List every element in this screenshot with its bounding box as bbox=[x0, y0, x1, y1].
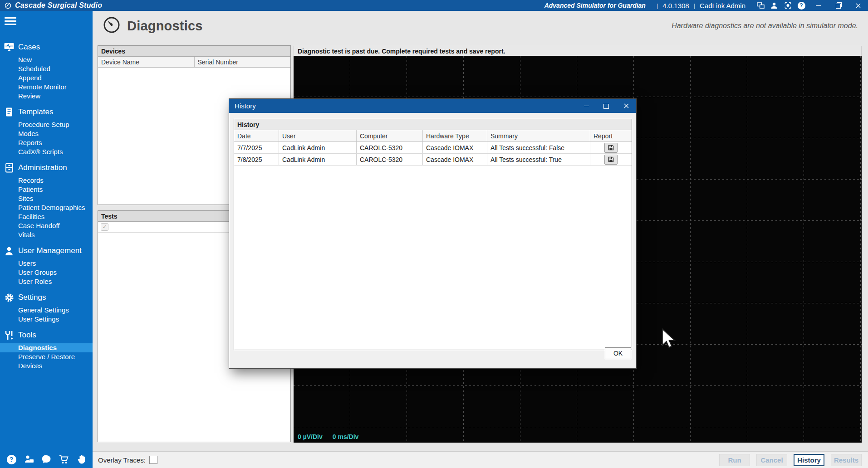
history-cell-hardware-type: Cascade IOMAX bbox=[422, 142, 487, 153]
sidebar: Cases New Scheduled Append Remote Monito… bbox=[0, 11, 93, 468]
sidebar-section-cases[interactable]: Cases bbox=[0, 41, 93, 53]
titlebar-separator: | bbox=[694, 2, 695, 9]
sidebar-item-sites[interactable]: Sites bbox=[0, 194, 93, 203]
camera-focus-icon[interactable] bbox=[781, 0, 794, 11]
history-table: Date User Computer Hardware Type Summary… bbox=[234, 130, 632, 166]
sidebar-item-vitals[interactable]: Vitals bbox=[0, 230, 93, 239]
bottom-bar: Overlay Traces: Run Cancel History Resul… bbox=[93, 451, 868, 468]
dialog-close-button[interactable] bbox=[616, 99, 636, 113]
history-cell-date: 7/8/2025 bbox=[234, 154, 279, 165]
history-column-summary[interactable]: Summary bbox=[487, 130, 590, 141]
gear-icon bbox=[4, 293, 15, 302]
history-cell-summary: All Tests successful: True bbox=[487, 154, 590, 165]
menu-toggle-icon[interactable] bbox=[5, 17, 16, 25]
help-icon[interactable]: ? bbox=[5, 453, 17, 465]
cart-icon[interactable] bbox=[58, 453, 70, 465]
user-account-icon[interactable] bbox=[767, 0, 781, 11]
window-restore-button[interactable] bbox=[828, 0, 848, 11]
save-report-button[interactable] bbox=[604, 143, 618, 153]
sidebar-section-administration[interactable]: Administration bbox=[0, 162, 93, 174]
app-window: Cascade Surgical Studio Advanced Simulat… bbox=[0, 0, 868, 468]
devices-column-serial-number[interactable]: Serial Number bbox=[194, 57, 291, 67]
sidebar-item-facilities[interactable]: Facilities bbox=[0, 212, 93, 221]
sidebar-item-preserve-restore[interactable]: Preserve / Restore bbox=[0, 352, 93, 361]
history-column-computer[interactable]: Computer bbox=[356, 130, 422, 141]
sidebar-item-user-settings[interactable]: User Settings bbox=[0, 315, 93, 324]
hand-icon[interactable] bbox=[75, 453, 87, 465]
chat-icon[interactable] bbox=[40, 453, 52, 465]
sidebar-item-users[interactable]: Users bbox=[0, 259, 93, 268]
templates-icon bbox=[4, 107, 15, 117]
overlay-traces-checkbox[interactable] bbox=[149, 456, 157, 464]
sidebar-section-tools[interactable]: Tools bbox=[0, 329, 93, 341]
save-report-button[interactable] bbox=[604, 155, 618, 165]
version-label: 4.0.1308 bbox=[662, 2, 689, 10]
sidebar-section-settings[interactable]: Settings bbox=[0, 292, 93, 303]
sidebar-section-templates[interactable]: Templates bbox=[0, 106, 93, 118]
sidebar-section-user-management[interactable]: User Management bbox=[0, 245, 93, 257]
sidebar-item-cadx-scripts[interactable]: CadX® Scripts bbox=[0, 147, 93, 156]
sidebar-item-devices[interactable]: Devices bbox=[0, 361, 93, 370]
sidebar-item-scheduled[interactable]: Scheduled bbox=[0, 64, 93, 73]
app-logo-icon bbox=[5, 2, 11, 9]
training-icon[interactable] bbox=[23, 453, 35, 465]
history-dialog-titlebar[interactable]: History bbox=[229, 99, 636, 113]
test-checkbox-icon[interactable]: ✓ bbox=[101, 223, 108, 231]
run-button[interactable]: Run bbox=[719, 454, 750, 466]
sidebar-item-remote-monitor[interactable]: Remote Monitor bbox=[0, 83, 93, 92]
simulator-notice: Hardware diagnostics are not available i… bbox=[672, 22, 858, 30]
sidebar-nav: Cases New Scheduled Append Remote Monito… bbox=[0, 41, 93, 370]
sidebar-item-modes[interactable]: Modes bbox=[0, 129, 93, 138]
sidebar-item-reports[interactable]: Reports bbox=[0, 138, 93, 147]
page-title: Diagnostics bbox=[127, 19, 203, 34]
sidebar-item-procedure-setup[interactable]: Procedure Setup bbox=[0, 120, 93, 129]
sidebar-item-append[interactable]: Append bbox=[0, 73, 93, 83]
sidebar-footer: ? bbox=[0, 451, 93, 468]
sidebar-item-diagnostics[interactable]: Diagnostics bbox=[0, 343, 93, 352]
history-groupbox: History Date User Computer Hardware Type… bbox=[234, 119, 632, 350]
ms-per-div-label: 0 ms/Div bbox=[333, 433, 359, 440]
sidebar-item-general-settings[interactable]: General Settings bbox=[0, 306, 93, 315]
results-button[interactable]: Results bbox=[831, 454, 862, 466]
window-minimize-button[interactable] bbox=[808, 0, 828, 11]
history-cell-date: 7/7/2025 bbox=[234, 142, 279, 153]
sidebar-item-user-groups[interactable]: User Groups bbox=[0, 268, 93, 277]
cases-icon bbox=[4, 42, 15, 52]
help-icon[interactable]: ? bbox=[794, 0, 808, 11]
sidebar-item-review[interactable]: Review bbox=[0, 92, 93, 101]
sidebar-item-records[interactable]: Records bbox=[0, 176, 93, 185]
history-cell-computer: CAROLC-5320 bbox=[356, 154, 422, 165]
history-row[interactable]: 7/7/2025 CadLink Admin CAROLC-5320 Casca… bbox=[234, 142, 632, 154]
ok-button[interactable]: OK bbox=[605, 347, 631, 359]
current-user-label: CadLink Admin bbox=[700, 2, 745, 10]
titlebar-separator: | bbox=[657, 2, 658, 9]
gauge-icon bbox=[103, 16, 121, 36]
dialog-minimize-button[interactable] bbox=[576, 99, 596, 113]
history-row[interactable]: 7/8/2025 CadLink Admin CAROLC-5320 Casca… bbox=[234, 154, 632, 166]
uv-per-div-label: 0 µV/Div bbox=[298, 433, 323, 440]
diagnostic-alert: Diagnostic test is past due. Complete re… bbox=[294, 46, 862, 56]
sidebar-item-patients[interactable]: Patients bbox=[0, 185, 93, 194]
history-dialog: History History Date User Computer Hardw… bbox=[229, 98, 637, 369]
cancel-button[interactable]: Cancel bbox=[756, 454, 787, 466]
sidebar-item-new[interactable]: New bbox=[0, 55, 93, 64]
history-cell-hardware-type: Cascade IOMAX bbox=[422, 154, 487, 165]
devices-column-device-name[interactable]: Device Name bbox=[98, 57, 194, 67]
sidebar-item-patient-demographics[interactable]: Patient Demographics bbox=[0, 203, 93, 212]
sidebar-item-user-roles[interactable]: User Roles bbox=[0, 277, 93, 286]
overlay-traces-label: Overlay Traces: bbox=[98, 456, 146, 464]
cabinet-icon bbox=[4, 163, 15, 173]
app-title: Cascade Surgical Studio bbox=[15, 1, 102, 10]
history-cell-summary: All Tests successful: False bbox=[487, 142, 590, 153]
history-column-date[interactable]: Date bbox=[234, 130, 279, 141]
history-column-user[interactable]: User bbox=[279, 130, 356, 141]
window-close-button[interactable] bbox=[848, 0, 868, 11]
history-group-title: History bbox=[234, 119, 632, 130]
history-column-hardware-type[interactable]: Hardware Type bbox=[422, 130, 487, 141]
sidebar-item-case-handoff[interactable]: Case Handoff bbox=[0, 221, 93, 230]
history-column-report[interactable]: Report bbox=[590, 130, 632, 141]
history-button[interactable]: History bbox=[794, 454, 824, 466]
displays-icon[interactable] bbox=[754, 0, 767, 11]
dialog-maximize-button[interactable] bbox=[596, 99, 616, 113]
devices-panel-title: Devices bbox=[98, 46, 290, 57]
